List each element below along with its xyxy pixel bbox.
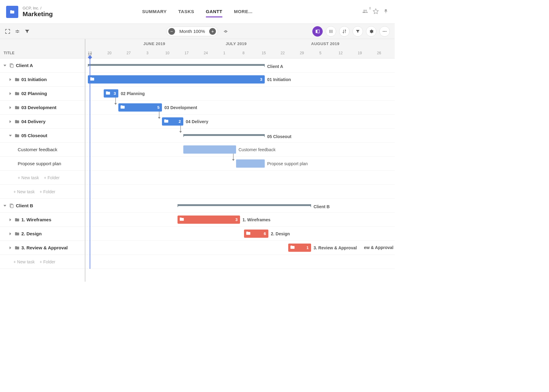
folder-row[interactable]: 02 Planning (0, 87, 85, 101)
gantt-row: 503 Development (85, 101, 395, 115)
zoom-control: − Month 100% + (166, 27, 218, 36)
row-title: Client A (16, 63, 33, 68)
folder-row[interactable]: 03 Development (0, 101, 85, 115)
day-label: 22 (281, 51, 285, 55)
folder-row[interactable]: 04 Delivery (0, 115, 85, 129)
fullscreen-icon[interactable] (5, 29, 10, 34)
bar-badge: 2 (179, 119, 181, 124)
header: GCP, Inc. / Marketing SUMMARYTASKSGANTTM… (0, 0, 395, 24)
gantt-row (85, 171, 395, 185)
folder-icon (164, 119, 169, 125)
add-row: + New task+ Folder (0, 171, 85, 185)
day-label: 20 (107, 51, 111, 55)
svg-rect-0 (316, 30, 317, 33)
new-folder-button[interactable]: + Folder (40, 189, 56, 194)
gantt-bar[interactable]: 62. Design (244, 230, 268, 238)
more-button[interactable] (379, 26, 390, 37)
bar-label: 01 Initiation (267, 77, 291, 82)
row-title: 1. Wireframes (21, 217, 51, 222)
star-icon[interactable] (373, 8, 379, 16)
row-title: 3. Review & Approval (21, 245, 68, 250)
sidebar: TITLE Client A01 Initiation02 Planning03… (0, 39, 85, 282)
day-label: 15 (262, 51, 266, 55)
row-title: 01 Initiation (21, 77, 47, 82)
day-label: 1 (223, 51, 225, 55)
columns-button[interactable] (326, 26, 336, 37)
tab-summary[interactable]: SUMMARY (142, 6, 167, 17)
folder-row[interactable]: 01 Initiation (0, 73, 85, 87)
gantt-chart: JUNE 2019JULY 2019AUGUST 2019 1320273101… (85, 39, 395, 282)
row-title: 05 Closeout (21, 133, 47, 138)
people-count: 8 (369, 7, 371, 10)
panel-layout-button[interactable] (312, 26, 323, 37)
share-button[interactable]: 8 (362, 9, 368, 15)
filter-dropdown-icon[interactable] (24, 29, 30, 34)
day-label: 10 (165, 51, 169, 55)
month-label: AUGUST 2019 (311, 41, 339, 46)
task-row[interactable]: Customer feedback (0, 143, 85, 157)
folder-icon (90, 77, 95, 83)
group-row[interactable]: Client B (0, 199, 85, 213)
tab-more[interactable]: MORE... (234, 6, 253, 17)
folder-row[interactable]: 3. Review & Approval (0, 241, 85, 255)
bar-badge: 3 (235, 217, 238, 222)
filter-button[interactable] (353, 26, 363, 37)
gantt-bar[interactable]: 31. Wireframes (178, 216, 240, 224)
bar-label: 3. Review & Approval (314, 245, 357, 250)
sort-button[interactable] (339, 26, 350, 37)
folder-row[interactable]: 05 Closeout (0, 129, 85, 143)
gantt-row: 05 Closeout (85, 129, 395, 143)
gantt-bar[interactable]: 204 Delivery (162, 117, 183, 126)
bar-label: 02 Planning (121, 91, 145, 96)
bar-label: 03 Development (164, 105, 197, 110)
svg-rect-6 (11, 64, 13, 68)
tabs: SUMMARYTASKSGANTTMORE... (142, 6, 253, 17)
summary-bar[interactable]: Client A (88, 64, 265, 66)
zoom-in-button[interactable]: + (209, 28, 216, 35)
new-folder-button[interactable]: + Folder (44, 175, 60, 180)
task-row[interactable]: Propose support plan (0, 157, 85, 171)
gantt-bar[interactable]: Propose support plan (236, 159, 265, 168)
collapse-icon[interactable] (15, 29, 20, 34)
add-row: + New task+ Folder (0, 255, 85, 269)
gantt-bar[interactable]: Customer feedback (183, 145, 236, 154)
tab-tasks[interactable]: TASKS (178, 6, 194, 17)
new-task-button[interactable]: + New task (13, 259, 35, 264)
svg-rect-8 (11, 205, 13, 208)
breadcrumb[interactable]: GCP, Inc. / (23, 6, 53, 10)
summary-bar[interactable]: 05 Closeout (183, 134, 265, 136)
new-task-button[interactable]: + New task (18, 175, 39, 180)
svg-point-2 (383, 31, 384, 32)
fit-icon[interactable] (223, 29, 228, 34)
day-label: 19 (358, 51, 362, 55)
svg-rect-1 (317, 30, 319, 33)
day-label: 17 (185, 51, 188, 55)
gantt-bar[interactable]: 503 Development (118, 103, 162, 112)
folder-row[interactable]: 1. Wireframes (0, 213, 85, 227)
bar-label: 05 Closeout (267, 134, 291, 139)
new-folder-button[interactable]: + Folder (40, 259, 56, 264)
summary-bar[interactable]: Client B (178, 204, 311, 206)
gantt-bar[interactable]: 302 Planning (104, 89, 118, 98)
add-row: + New task+ Folder (0, 185, 85, 199)
pin-icon[interactable] (383, 9, 389, 15)
new-task-button[interactable]: + New task (13, 189, 35, 194)
gantt-bar[interactable]: 13. Review & Approval (288, 244, 311, 252)
tab-gantt[interactable]: GANTT (206, 6, 222, 17)
bar-label: Customer feedback (239, 147, 275, 152)
day-label: 29 (300, 51, 304, 55)
folder-icon (246, 231, 251, 237)
group-row[interactable]: Client A (0, 59, 85, 73)
zoom-out-button[interactable]: − (168, 28, 175, 35)
gantt-row: 31. Wireframes (85, 213, 395, 227)
bar-label: Client A (267, 64, 283, 69)
day-label: 8 (242, 51, 245, 55)
bar-label: 04 Delivery (186, 119, 208, 124)
day-label: 27 (127, 51, 131, 55)
gantt-bar[interactable]: 301 Initiation (88, 75, 265, 84)
day-label: 24 (204, 51, 208, 55)
settings-button[interactable] (366, 26, 376, 37)
bar-badge: 5 (157, 105, 160, 110)
folder-row[interactable]: 2. Design (0, 227, 85, 241)
row-title: 03 Development (21, 105, 56, 110)
